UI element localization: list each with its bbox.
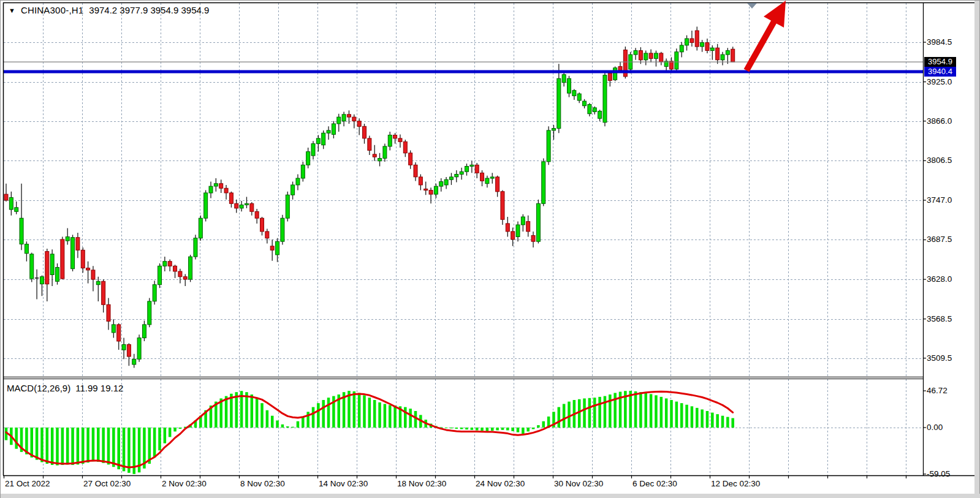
- macd-name: MACD(12,26,9): [7, 383, 70, 393]
- time-axis-label: 14 Nov 02:30: [319, 479, 368, 488]
- time-axis-label: 18 Nov 02:30: [397, 479, 446, 488]
- price-axis-label: 3509.5: [927, 353, 952, 363]
- time-axis-label: 8 Nov 02:30: [240, 479, 285, 488]
- macd-axis-label: -59.05: [927, 469, 950, 478]
- price-axis-label: 3747.0: [927, 195, 952, 205]
- ohlc-values: 3974.2 3977.9 3954.9 3954.9: [89, 5, 209, 15]
- window-right-edge: [974, 1, 979, 498]
- price-axis-label: 3628.0: [927, 274, 952, 284]
- price-axis-label: 3568.5: [927, 314, 952, 323]
- macd-axis-label: 46.72: [927, 386, 948, 395]
- current-price-badge: 3954.9: [924, 57, 956, 67]
- symbol-dropdown-icon[interactable]: ▼: [9, 7, 15, 14]
- time-axis-label: 2 Nov 02:30: [162, 479, 207, 488]
- down-triangle-marker[interactable]: [747, 3, 757, 9]
- macd-values: 11.99 19.12: [75, 383, 123, 393]
- time-axis-label: 24 Nov 02:30: [476, 479, 525, 488]
- window-bottom-edge: [1, 494, 980, 498]
- price-axis-label: 3687.5: [927, 235, 952, 244]
- candles: [4, 27, 735, 368]
- chart-title: ▼ CHINA300-,H1 3974.2 3977.9 3954.9 3954…: [9, 5, 209, 15]
- chart-canvas[interactable]: [1, 1, 980, 498]
- price-axis-label: 3984.5: [927, 37, 952, 47]
- macd-histogram: [5, 391, 734, 474]
- mt4-chart-window: ▼ CHINA300-,H1 3974.2 3977.9 3954.9 3954…: [0, 0, 980, 498]
- horizontal-line-price-badge: 3940.4: [924, 67, 956, 77]
- time-axis-label: 21 Oct 2022: [5, 479, 50, 488]
- price-axis-label: 3866.0: [927, 116, 952, 126]
- macd-indicator-label: MACD(12,26,9) 11.99 19.12: [7, 383, 123, 393]
- price-axis-label: 3925.0: [927, 77, 952, 86]
- time-axis-label: 12 Dec 02:30: [711, 479, 760, 488]
- price-axis-label: 3806.5: [927, 156, 952, 165]
- time-axis-label: 30 Nov 02:30: [554, 479, 603, 488]
- symbol-timeframe-label: CHINA300-,H1: [21, 5, 83, 15]
- time-axis-label: 6 Dec 02:30: [632, 479, 677, 488]
- macd-axis-label: 0.00: [927, 423, 943, 432]
- time-axis-label: 27 Oct 02:30: [83, 479, 131, 488]
- trend-arrow-shaft[interactable]: [746, 21, 774, 70]
